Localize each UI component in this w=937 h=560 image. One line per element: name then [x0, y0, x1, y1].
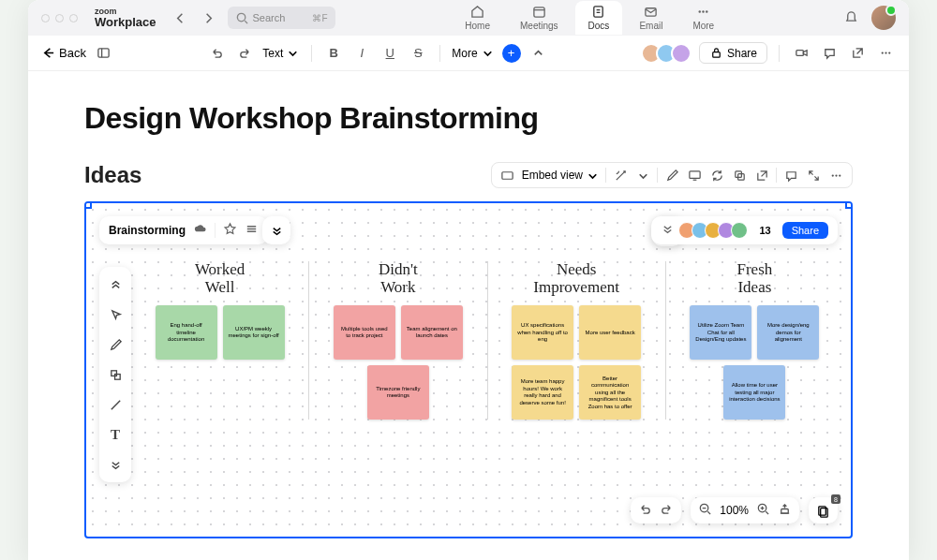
svg-rect-13: [502, 171, 513, 179]
window-controls[interactable]: [41, 14, 78, 22]
overflow-icon[interactable]: [875, 43, 896, 64]
sticky-note[interactable]: UX specifications when handling off to e…: [512, 305, 573, 360]
panel-icon[interactable]: [94, 43, 114, 64]
double-chevron-down-icon[interactable]: [262, 216, 290, 244]
column-title[interactable]: WorkedWell: [142, 261, 297, 296]
bell-icon[interactable]: [844, 9, 858, 27]
collaborators[interactable]: [641, 43, 692, 64]
nav-home[interactable]: Home: [452, 1, 503, 35]
column-title[interactable]: FreshIdeas: [677, 261, 832, 296]
text-style-dropdown[interactable]: Text: [262, 46, 300, 60]
double-chevron-down-icon[interactable]: [661, 222, 675, 239]
double-chevron-down-icon[interactable]: [103, 452, 127, 477]
text-tool-icon[interactable]: T: [103, 422, 127, 447]
wb-avatars[interactable]: [682, 222, 748, 239]
email-icon: [644, 5, 658, 19]
sticky-note[interactable]: More design/eng demos for alignement: [757, 305, 819, 360]
external-icon[interactable]: [847, 43, 868, 64]
line-icon[interactable]: [103, 392, 127, 417]
sticky-note[interactable]: Allow time for user testing all major in…: [723, 365, 785, 420]
cloud-icon: [193, 222, 207, 239]
brand-logo: zoom Workplace: [95, 7, 156, 28]
nav-more[interactable]: More: [679, 1, 727, 35]
lock-icon: [709, 46, 723, 60]
whiteboard-embed[interactable]: Brainstorming: [84, 201, 853, 538]
wb-undo-icon[interactable]: [638, 502, 652, 519]
docs-icon: [591, 5, 605, 19]
pencil-icon[interactable]: [663, 167, 680, 184]
sticky-note[interactable]: More user feedback: [579, 305, 641, 360]
svg-point-4: [699, 10, 701, 12]
more-icon[interactable]: [827, 167, 844, 184]
wb-redo-icon[interactable]: [660, 502, 674, 519]
svg-rect-1: [534, 7, 544, 17]
expand-icon[interactable]: [805, 167, 822, 184]
undo-icon[interactable]: [206, 43, 227, 64]
video-icon[interactable]: [791, 43, 811, 64]
underline-icon[interactable]: U: [379, 43, 400, 64]
share-button[interactable]: Share: [699, 42, 767, 64]
sticky-note[interactable]: Timezone friendly meetings: [367, 365, 429, 420]
double-chevron-up-icon[interactable]: [103, 273, 127, 297]
nav-back-icon[interactable]: [171, 8, 190, 27]
copy-icon[interactable]: [731, 167, 748, 184]
column-title[interactable]: Didn'tWork: [320, 261, 475, 296]
search-input[interactable]: Search ⌘F: [228, 7, 335, 29]
board-column: FreshIdeasUtilize Zoom Team Chat for all…: [677, 261, 832, 420]
open-external-icon[interactable]: [753, 167, 770, 184]
bold-icon[interactable]: B: [323, 43, 344, 64]
fit-icon[interactable]: [778, 502, 792, 519]
cursor-icon[interactable]: [103, 302, 127, 327]
chevron-down-icon: [586, 169, 600, 183]
magic-icon[interactable]: [612, 167, 629, 184]
chevron-down-icon[interactable]: [634, 167, 651, 184]
nav-email[interactable]: Email: [626, 1, 676, 35]
sticky-note[interactable]: More team happy hours! We work really ha…: [512, 365, 573, 420]
svg-rect-14: [689, 170, 699, 178]
insert-button[interactable]: +: [502, 44, 521, 63]
layout-icon[interactable]: [499, 167, 516, 184]
nav-docs[interactable]: Docs: [575, 1, 623, 35]
svg-rect-9: [796, 51, 803, 56]
embed-view-dropdown[interactable]: Embed view: [522, 169, 600, 183]
refresh-icon[interactable]: [708, 167, 725, 184]
star-icon[interactable]: [223, 222, 237, 239]
svg-rect-20: [111, 370, 116, 376]
back-button[interactable]: Back: [41, 46, 86, 60]
svg-point-0: [237, 13, 245, 21]
user-avatar[interactable]: [871, 6, 896, 30]
chat-icon[interactable]: [782, 167, 799, 184]
wb-tool-palette: T: [99, 267, 131, 482]
sticky-note[interactable]: Team alignement on launch dates: [401, 305, 463, 360]
nav-meetings[interactable]: Meetings: [507, 1, 572, 35]
more-formatting-dropdown[interactable]: More: [452, 46, 494, 60]
chevron-down-icon: [481, 46, 495, 60]
comment-icon[interactable]: [819, 43, 840, 64]
search-icon: [235, 11, 249, 25]
wb-share-button[interactable]: Share: [782, 222, 828, 239]
svg-point-12: [888, 52, 890, 53]
whiteboard-title-chip[interactable]: Brainstorming: [99, 216, 268, 244]
zoom-out-icon[interactable]: [698, 502, 712, 519]
sticky-note[interactable]: Better communication using all the magni…: [579, 365, 641, 420]
strikethrough-icon[interactable]: S: [408, 43, 428, 64]
shapes-icon[interactable]: [103, 362, 127, 387]
section-heading[interactable]: Ideas: [84, 162, 141, 188]
menu-icon[interactable]: [245, 222, 259, 239]
zoom-in-icon[interactable]: [756, 502, 770, 519]
redo-icon[interactable]: [234, 43, 255, 64]
nav-forward-icon[interactable]: [200, 8, 218, 27]
sticky-note[interactable]: UX/PM weekly meetings for sign-off: [223, 305, 285, 360]
svg-rect-24: [781, 509, 789, 514]
sticky-note[interactable]: Utilize Zoom Team Chat for all Design/En…: [690, 305, 751, 360]
collapse-icon[interactable]: [528, 43, 549, 64]
pages-button[interactable]: 8: [809, 497, 838, 523]
italic-icon[interactable]: I: [351, 43, 372, 64]
screen-icon[interactable]: [686, 167, 703, 184]
column-title[interactable]: NeedsImprovement: [499, 261, 654, 296]
pen-icon[interactable]: [103, 332, 127, 357]
page-title[interactable]: Design Workshop Brainstorming: [84, 101, 853, 136]
sticky-note[interactable]: Multiple tools used to track project: [334, 305, 395, 360]
sticky-note[interactable]: Eng hand-off timeline documentation: [156, 305, 217, 360]
svg-point-6: [706, 10, 707, 12]
